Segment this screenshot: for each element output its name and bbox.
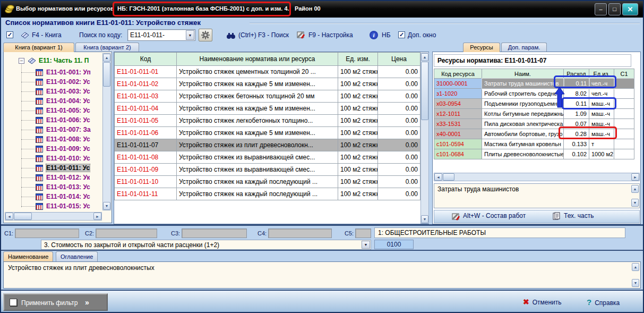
- dop-okno-checkbox[interactable]: ✓: [398, 31, 405, 38]
- resource-table-row[interactable]: х03-0954 Подъемники грузоподъемно 0.11 м…: [434, 99, 634, 109]
- norm-table-row[interactable]: Е11-01-011-08 Устройство стяжек из вырав…: [115, 151, 420, 164]
- resource-table-row[interactable]: с101-0684 Плиты древесноволокнистые 0.10…: [434, 149, 634, 159]
- tab-book-variant-1[interactable]: Книга (вариант 1): [3, 43, 74, 52]
- grid-vertical-scrollbar[interactable]: ▲ ▼: [420, 53, 429, 224]
- norm-table-row[interactable]: Е11-01-011-05 Устройство стяжек легкобет…: [115, 115, 420, 127]
- close-button[interactable]: ✕: [622, 3, 638, 15]
- scroll-down-icon[interactable]: ▼: [421, 215, 428, 223]
- code-0100-field[interactable]: 0100: [374, 240, 414, 249]
- tree-item[interactable]: Е11-01-008: Ус: [4, 135, 101, 145]
- c3-field[interactable]: [182, 229, 247, 238]
- norm-table-row[interactable]: Е11-01-011-10 Устройство стяжек на кажды…: [115, 176, 420, 188]
- combo-dropdown-icon[interactable]: ▼: [362, 241, 370, 249]
- tree-item[interactable]: Е11-01-012: Ук: [4, 173, 101, 183]
- scroll-left-icon[interactable]: ◄: [434, 173, 442, 181]
- help-button[interactable]: ?Справка: [587, 298, 620, 307]
- tree-item[interactable]: Е11-01-003: Ус: [4, 87, 101, 97]
- scroll-thumb[interactable]: [421, 62, 428, 120]
- apply-filter-button[interactable]: Применить фильтр »: [3, 293, 108, 311]
- tree-horizontal-scrollbar[interactable]: ◄ ►: [5, 212, 102, 221]
- resource-table-row[interactable]: х40-0001 Автомобили бортовые, грузо 0.28…: [434, 129, 634, 139]
- memo-scroll-down-icon[interactable]: ▼: [631, 199, 639, 207]
- resource-table-row[interactable]: з1-1020 Рабочий строитель среднего 8.02 …: [434, 89, 634, 99]
- nb-button[interactable]: НБ: [382, 31, 391, 39]
- norm-table-row[interactable]: Е11-01-011-01 Устройство стяжек цементны…: [115, 66, 420, 78]
- book-checkbox[interactable]: ✓: [6, 31, 13, 38]
- c2-field[interactable]: [96, 229, 157, 238]
- combo-dropdown-icon[interactable]: ▼: [186, 30, 194, 40]
- f4-book-button[interactable]: F4 - Книга: [32, 31, 62, 39]
- c5-label: С5:: [345, 230, 354, 236]
- sostav-rabot-button[interactable]: Alt+W - Состав работ: [463, 212, 526, 219]
- norm-table-row[interactable]: Е11-01-011-07 Устройство стяжек из плит …: [115, 139, 420, 151]
- scroll-right-icon[interactable]: ►: [93, 213, 101, 220]
- scroll-left-icon[interactable]: ◄: [5, 213, 13, 220]
- norm-price-cell: 0.00: [378, 188, 420, 200]
- f3-search-button[interactable]: (Ctrl+) F3 - Поиск: [238, 31, 289, 39]
- resource-table-row[interactable]: х12-1011 Котлы битумные передвижны 1.09 …: [434, 109, 634, 119]
- scroll-down-icon[interactable]: ▼: [103, 202, 110, 210]
- cancel-button[interactable]: ✖Отменить: [523, 298, 562, 306]
- norm-unit-cell: 100 м2 стяжк: [338, 188, 378, 200]
- resource-qty-cell: 8.02: [564, 89, 589, 99]
- norm-table-row[interactable]: Е11-01-011-09 Устройство стяжек из вырав…: [115, 164, 420, 176]
- norm-table-row[interactable]: Е11-01-011-11 Устройство стяжек на кажды…: [115, 188, 420, 200]
- tree-item[interactable]: Е11-01-007: За: [4, 125, 101, 135]
- norm-table-row[interactable]: Е11-01-011-06 Устройство стяжек на кажды…: [115, 127, 420, 139]
- norm-table-row[interactable]: Е11-01-011-04 Устройство стяжек на кажды…: [115, 103, 420, 115]
- tree-item[interactable]: Е11-01-006: Ус: [4, 116, 101, 125]
- tree-guide-stub: [21, 197, 35, 197]
- minimize-button[interactable]: –: [595, 3, 607, 15]
- tree-expand-icon[interactable]: –: [19, 58, 24, 64]
- tab-book-variant-2[interactable]: Книга (вариант 2): [75, 43, 139, 52]
- desc-scroll-up-icon[interactable]: ▲: [632, 263, 639, 271]
- resource-table-row[interactable]: х33-1531 Пила дисковая электрическа 0.07…: [434, 119, 634, 129]
- resource-qty-cell: 0.07: [564, 119, 589, 129]
- scroll-up-icon[interactable]: ▲: [103, 54, 110, 62]
- tree-item[interactable]: Е11-01-011: Ус: [4, 164, 101, 173]
- norm-table-row[interactable]: Е11-01-011-02 Устройство стяжек на кажды…: [115, 78, 420, 90]
- maximize-button[interactable]: □: [608, 3, 621, 15]
- f9-settings-button[interactable]: F9 - Настройка: [308, 31, 353, 39]
- tab-naimenovanie[interactable]: Наименование: [3, 251, 53, 261]
- resource-unit-cell: маш.-ч: [589, 99, 614, 109]
- scroll-thumb[interactable]: [443, 173, 454, 181]
- description-area[interactable]: Устройство стяжек из плит древесноволокн…: [3, 261, 641, 289]
- tree-item[interactable]: Е11-01-004: Ус: [4, 97, 101, 106]
- tree-item[interactable]: Е11-01-002: Ус: [4, 78, 101, 87]
- resource-qty-cell: 0.133: [564, 139, 589, 149]
- tree-item[interactable]: Е11-01-015: Ус: [4, 202, 101, 210]
- tab-resources[interactable]: Ресурсы: [463, 43, 500, 52]
- code-search-combobox[interactable]: Е11-01-011- ▼: [127, 29, 195, 41]
- scroll-right-icon[interactable]: ►: [631, 173, 639, 181]
- tree-item[interactable]: Е11-01-005: Ус: [4, 106, 101, 116]
- norm-code-cell: Е11-01-011-05: [115, 115, 177, 127]
- c1-field[interactable]: [15, 229, 79, 238]
- resource-table-row[interactable]: с101-0594 Мастика битумная кровельн 0.13…: [434, 139, 634, 149]
- tree-guide-stub: [21, 158, 35, 159]
- scroll-thumb[interactable]: [14, 213, 32, 220]
- c5-field[interactable]: [355, 229, 371, 238]
- norm-table-row[interactable]: Е11-01-011-03 Устройство стяжек бетонных…: [115, 90, 420, 103]
- tree-item[interactable]: Е11-01-009: Ус: [4, 145, 101, 154]
- tree-item[interactable]: Е11-01-013: Ус: [4, 183, 101, 192]
- scroll-up-icon[interactable]: ▲: [421, 53, 428, 61]
- resource-table-row[interactable]: 31000-0001 Затраты труда машинистов 0.11…: [434, 79, 634, 89]
- tab-oglavlenie[interactable]: Оглавление: [56, 251, 98, 261]
- c4-field[interactable]: [268, 229, 332, 238]
- tree-item[interactable]: Е11-01-010: Ус: [4, 154, 101, 164]
- scroll-thumb[interactable]: [103, 62, 110, 87]
- tree-item[interactable]: Е11-01-014: Ус: [4, 192, 101, 202]
- memo-scroll-up-icon[interactable]: ▲: [631, 185, 639, 193]
- tech-part-button[interactable]: Тех. часть: [564, 212, 594, 219]
- gear-button[interactable]: [199, 29, 212, 41]
- tree-vertical-scrollbar[interactable]: ▲ ▼: [102, 53, 111, 210]
- tree-item[interactable]: Е11-01-001: Уп: [4, 68, 101, 78]
- tree-root[interactable]: – Е11: Часть 11. П: [4, 56, 101, 66]
- desc-scroll-down-icon[interactable]: ▼: [632, 279, 639, 287]
- norm-table-icon: [36, 136, 43, 143]
- tab-dop-param[interactable]: Доп. парам.: [501, 43, 547, 52]
- tech-part-document-icon: [552, 212, 562, 221]
- cost-mode-combobox[interactable]: 3. Стоимость по закрытой и открытой част…: [41, 240, 371, 250]
- resources-horizontal-scrollbar[interactable]: ◄ ►: [434, 173, 640, 181]
